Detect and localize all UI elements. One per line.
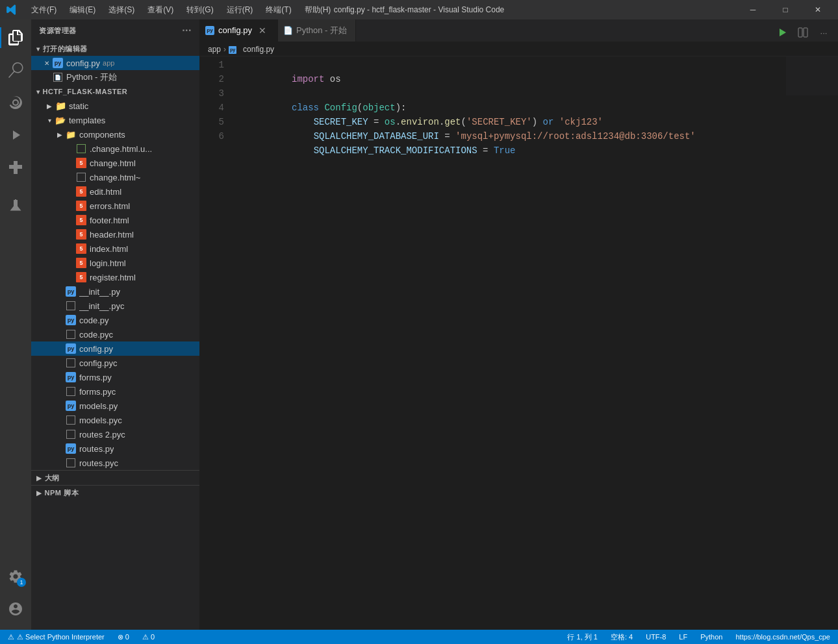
menu-run[interactable]: 运行(R) [222,3,259,17]
file-footer-html[interactable]: ▶ 5 footer.html [31,213,199,227]
file-change-html-u[interactable]: ▶ .change.html.u... [31,142,199,156]
folder-templates[interactable]: ▾ 📂 templates [31,113,199,127]
open-editors-arrow-icon: ▾ [36,45,40,53]
main-layout: 1 资源管理器 ··· ▾ 打开的编辑器 ✕ py [0,19,838,630]
file-config-pyc[interactable]: ▶ config.pyc [31,356,199,370]
code-content[interactable]: import os class Config(object): SECRET_K… [229,56,838,630]
file-config-pyc-label: config.pyc [79,358,118,368]
file-change-html-tilde[interactable]: ▶ change.html~ [31,170,199,184]
npm-header[interactable]: ▶ NPM 脚本 [31,486,199,500]
activity-extensions-icon[interactable] [0,152,31,183]
errors-status[interactable]: ⊗ 0 [115,630,132,644]
activity-source-control-icon[interactable] [0,87,31,118]
file-models-py[interactable]: ▶ py models.py [31,399,199,413]
menu-select[interactable]: 选择(S) [103,3,140,17]
activity-settings-icon[interactable]: 1 [0,561,31,592]
close-button[interactable]: ✕ [803,0,833,19]
file-change-html-label: change.html [90,158,136,168]
file-models-pyc[interactable]: ▶ models.pyc [31,413,199,427]
project-section[interactable]: ▾ HCTF_FLASK-MASTER [31,84,199,99]
activity-flask-icon[interactable] [0,190,31,221]
file-header-html[interactable]: ▶ 5 header.html [31,227,199,242]
file-forms-pyc-label: forms.pyc [79,387,116,397]
folder-static[interactable]: ▶ 📁 static [31,99,199,113]
menu-file[interactable]: 文件(F) [26,3,62,17]
open-editor-config-py-label: config.py [66,58,100,68]
split-editor-button[interactable] [794,23,812,42]
cursor-position-label: 行 1, 列 1 [567,632,597,642]
outline-header[interactable]: ▶ 大纲 [31,471,199,485]
cursor-position-status[interactable]: 行 1, 列 1 [565,630,600,644]
menu-edit[interactable]: 编辑(E) [64,3,101,17]
warnings-status[interactable]: ⚠ 0 [140,630,157,644]
spaces-status[interactable]: 空格: 4 [608,630,635,644]
plain-file-icon [75,143,87,155]
menu-view[interactable]: 查看(V) [142,3,179,17]
run-button[interactable] [773,23,791,42]
maximize-button[interactable]: □ [770,0,800,19]
minimap [786,56,838,95]
title-bar-left: 文件(F) 编辑(E) 选择(S) 查看(V) 转到(G) 运行(R) 终端(T… [5,3,336,17]
breadcrumb-app[interactable]: app [208,45,221,54]
outline-label: 大纲 [45,473,60,483]
py-file-icon: py [52,57,64,69]
status-bar-right: 行 1, 列 1 空格: 4 UTF-8 LF Python https://b… [565,630,833,644]
more-actions-button[interactable]: ··· [815,23,833,42]
file-routes-py[interactable]: ▶ py routes.py [31,441,199,456]
open-editors-section[interactable]: ▾ 打开的编辑器 [31,42,199,56]
status-bar-left: ⚠ ⚠ Select Python Interpreter ⊗ 0 ⚠ 0 [5,630,157,644]
file-init-pyc[interactable]: ▶ __init__.pyc [31,299,199,313]
file-edit-html-label: edit.html [90,187,121,197]
file-init-py[interactable]: ▶ py __init__.py [31,284,199,299]
activity-run-debug-icon[interactable] [0,119,31,151]
feedback-status[interactable]: https://blog.csdn.net/Qps_cpe [733,630,833,644]
file-routes-pyc[interactable]: ▶ routes.pyc [31,456,199,470]
py-config-icon: py [65,343,77,354]
activity-account-icon[interactable] [0,593,31,625]
menu-help[interactable]: 帮助(H) [299,3,336,17]
language-status[interactable]: Python [698,630,725,644]
svg-rect-0 [798,28,802,37]
line-ending-status[interactable]: LF [676,630,690,644]
file-code-pyc[interactable]: ▶ code.pyc [31,327,199,341]
window-controls: ─ □ ✕ [738,0,833,19]
close-icon[interactable]: ✕ [42,58,52,68]
file-routes2-pyc[interactable]: ▶ routes 2.pyc [31,427,199,441]
file-forms-pyc[interactable]: ▶ forms.pyc [31,384,199,399]
pyc-init-icon [65,300,77,312]
sidebar-title: 资源管理器 [39,26,77,36]
folder-components-label: components [79,130,125,140]
menu-goto[interactable]: 转到(G) [181,3,218,17]
code-editor[interactable]: 1 2 3 4 5 6 import os class Config(objec… [200,56,838,630]
tab-config-py[interactable]: py config.py ✕ [200,19,278,42]
menu-terminal[interactable]: 终端(T) [260,3,296,17]
tab-config-py-close-icon[interactable]: ✕ [259,25,266,36]
encoding-status[interactable]: UTF-8 [643,630,668,644]
file-change-html[interactable]: ▶ 5 change.html [31,156,199,170]
file-edit-html[interactable]: ▶ 5 edit.html [31,184,199,199]
file-config-py[interactable]: ▶ py config.py [31,341,199,356]
file-forms-py[interactable]: ▶ py forms.py [31,370,199,384]
file-init-pyc-label: __init__.pyc [79,301,124,311]
open-editor-python-start[interactable]: ✕ 📄 Python - 开始 [31,70,199,84]
activity-search-icon[interactable] [0,55,31,86]
python-interpreter-status[interactable]: ⚠ ⚠ Select Python Interpreter [5,630,107,644]
breadcrumb: app › py config.py [200,42,838,56]
folder-static-label: static [69,101,88,111]
file-code-py[interactable]: ▶ py code.py [31,313,199,327]
file-index-html[interactable]: ▶ 5 index.html [31,242,199,256]
sidebar-more-icon[interactable]: ··· [182,25,192,36]
activity-explorer-icon[interactable] [0,22,31,53]
file-forms-py-label: forms.py [79,373,112,382]
open-editor-config-py[interactable]: ✕ py config.py app [31,56,199,70]
tab-py-icon: py [205,26,214,35]
minimize-button[interactable]: ─ [738,0,768,19]
folder-components[interactable]: ▶ 📁 components [31,127,199,142]
breadcrumb-configpy[interactable]: config.py [243,45,274,54]
file-routes2-pyc-label: routes 2.pyc [79,430,125,440]
file-errors-html[interactable]: ▶ 5 errors.html [31,199,199,213]
tab-python-start[interactable]: 📄 Python - 开始 [278,19,356,42]
file-code-pyc-label: code.pyc [79,330,113,340]
file-register-html[interactable]: ▶ 5 register.html [31,270,199,284]
file-login-html[interactable]: ▶ 5 login.html [31,256,199,270]
